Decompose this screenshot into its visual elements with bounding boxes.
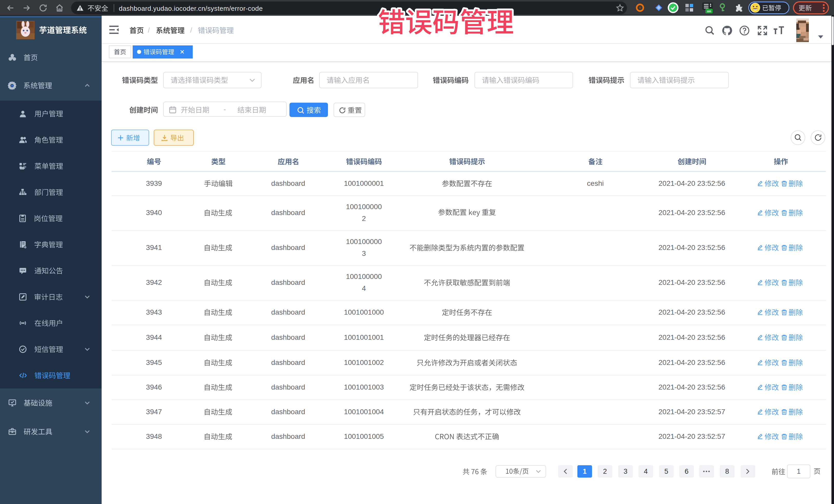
svg-text:on: on: [707, 9, 711, 13]
